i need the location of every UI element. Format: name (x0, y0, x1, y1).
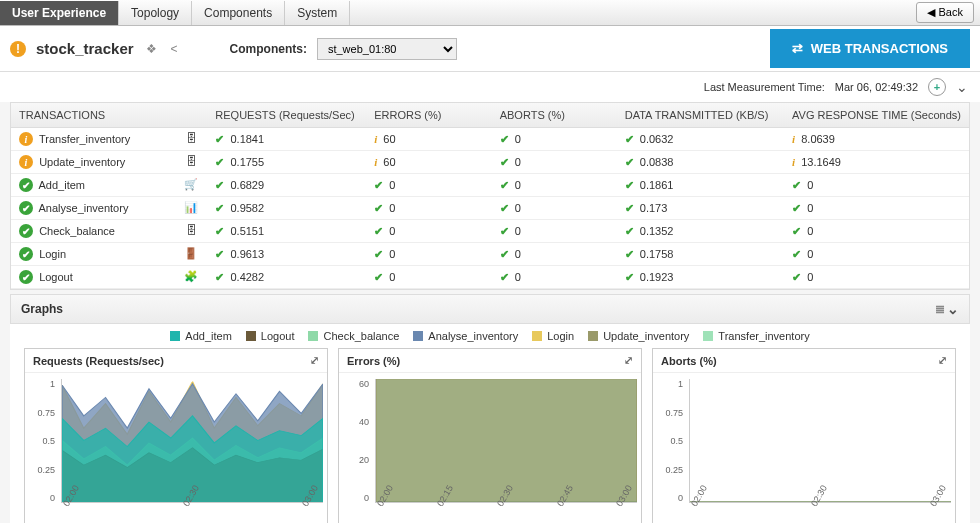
check-icon: ✔ (500, 156, 509, 168)
check-icon: ✔ (625, 202, 634, 214)
table-row[interactable]: ✔ Login🚪✔ 0.9613✔ 0✔ 0✔ 0.1758✔ 0 (11, 243, 969, 266)
y-axis: 10.750.50.250 (653, 379, 687, 503)
check-icon: ✔ (625, 156, 634, 168)
check-icon: ✔ (500, 271, 509, 283)
legend-item[interactable]: Logout (246, 330, 295, 342)
share-icon[interactable]: < (169, 40, 180, 58)
expand-icon[interactable]: ⤢ (310, 354, 319, 367)
status-icon: ✔ (19, 201, 33, 215)
status-icon: i (19, 132, 33, 146)
check-icon: ✔ (215, 156, 224, 168)
legend-label: Check_balance (323, 330, 399, 342)
layers-icon[interactable]: ❖ (144, 40, 159, 58)
legend-item[interactable]: Update_inventory (588, 330, 689, 342)
graphs-chevron-icon[interactable]: ⌄ (947, 301, 959, 317)
transactions-table-wrap: TRANSACTIONSREQUESTS (Requests/Sec)ERROR… (10, 102, 970, 290)
check-icon: ✔ (625, 133, 634, 145)
web-transactions-button[interactable]: ⇄ WEB TRANSACTIONS (770, 29, 970, 68)
warning-icon: i (374, 133, 377, 145)
back-button[interactable]: ◀ Back (916, 2, 974, 23)
legend-item[interactable]: Login (532, 330, 574, 342)
check-icon: ✔ (625, 225, 634, 237)
table-row[interactable]: i Update_inventory🗄✔ 0.1755i 60✔ 0✔ 0.08… (11, 151, 969, 174)
chart-card: Requests (Requests/sec) ⤢ 10.750.50.250 … (24, 348, 328, 523)
row-type-icon: 🗄 (183, 155, 199, 167)
table-row[interactable]: ✔ Add_item🛒✔ 0.6829✔ 0✔ 0✔ 0.1861✔ 0 (11, 174, 969, 197)
chart-card: Errors (%) ⤢ 6040200 02:0002:1502:3002:4… (338, 348, 642, 523)
exchange-icon: ⇄ (792, 41, 803, 56)
expand-icon[interactable]: ⤢ (624, 354, 633, 367)
check-icon: ✔ (500, 179, 509, 191)
legend-item[interactable]: Transfer_inventory (703, 330, 809, 342)
row-type-icon: 🛒 (183, 178, 199, 191)
legend-swatch (588, 331, 598, 341)
transaction-name: Logout (39, 271, 73, 283)
legend-label: Transfer_inventory (718, 330, 809, 342)
check-icon: ✔ (215, 179, 224, 191)
table-row[interactable]: ✔ Analyse_inventory📊✔ 0.9582✔ 0✔ 0✔ 0.17… (11, 197, 969, 220)
transactions-table: TRANSACTIONSREQUESTS (Requests/Sec)ERROR… (11, 103, 969, 289)
chart-legend: Add_itemLogoutCheck_balanceAnalyse_inven… (10, 324, 970, 348)
alert-icon: ! (10, 41, 26, 57)
expand-icon[interactable]: ⤢ (938, 354, 947, 367)
graphs-label: Graphs (21, 302, 63, 316)
table-row[interactable]: i Transfer_inventory🗄✔ 0.1841i 60✔ 0✔ 0.… (11, 128, 969, 151)
status-icon: ✔ (19, 247, 33, 261)
transaction-name: Check_balance (39, 225, 115, 237)
column-header[interactable]: ERRORS (%) (366, 103, 492, 128)
top-nav: User ExperienceTopologyComponentsSystem … (0, 0, 980, 26)
column-header[interactable]: TRANSACTIONS (11, 103, 207, 128)
legend-item[interactable]: Analyse_inventory (413, 330, 518, 342)
warning-icon: i (792, 156, 795, 168)
check-icon: ✔ (215, 225, 224, 237)
legend-swatch (703, 331, 713, 341)
measurement-bar: Last Measurement Time: Mar 06, 02:49:32 … (0, 72, 980, 102)
nav-tab-components[interactable]: Components (192, 1, 285, 25)
legend-item[interactable]: Check_balance (308, 330, 399, 342)
legend-swatch (246, 331, 256, 341)
chevron-down-icon[interactable]: ⌄ (956, 79, 968, 95)
legend-swatch (170, 331, 180, 341)
transaction-name: Update_inventory (39, 156, 125, 168)
graphs-header: Graphs ≣ ⌄ (10, 294, 970, 324)
column-header[interactable]: REQUESTS (Requests/Sec) (207, 103, 366, 128)
table-row[interactable]: ✔ Check_balance🗄✔ 0.5151✔ 0✔ 0✔ 0.1352✔ … (11, 220, 969, 243)
check-icon: ✔ (792, 202, 801, 214)
legend-item[interactable]: Add_item (170, 330, 231, 342)
check-icon: ✔ (215, 133, 224, 145)
transaction-name: Analyse_inventory (39, 202, 129, 214)
legend-swatch (532, 331, 542, 341)
column-header[interactable]: DATA TRANSMITTED (KB/S) (617, 103, 784, 128)
last-measurement-value: Mar 06, 02:49:32 (835, 81, 918, 93)
chart-title: Requests (Requests/sec) (33, 355, 164, 367)
check-icon: ✔ (215, 248, 224, 260)
legend-swatch (413, 331, 423, 341)
row-type-icon: 📊 (183, 201, 199, 214)
nav-tab-topology[interactable]: Topology (119, 1, 192, 25)
y-axis: 10.750.50.250 (25, 379, 59, 503)
last-measurement-label: Last Measurement Time: (704, 81, 825, 93)
chart-settings-icon[interactable]: ≣ (933, 300, 947, 318)
y-axis: 6040200 (339, 379, 373, 503)
components-select[interactable]: st_web_01:80 (317, 38, 457, 60)
warning-icon: i (374, 156, 377, 168)
check-icon: ✔ (625, 248, 634, 260)
check-icon: ✔ (374, 179, 383, 191)
check-icon: ✔ (625, 271, 634, 283)
x-axis: 02:0002:3003:00 (689, 503, 951, 523)
table-row[interactable]: ✔ Logout🧩✔ 0.4282✔ 0✔ 0✔ 0.1923✔ 0 (11, 266, 969, 289)
nav-tab-user-experience[interactable]: User Experience (0, 1, 119, 25)
column-header[interactable]: ABORTS (%) (492, 103, 617, 128)
components-label: Components: (230, 42, 307, 56)
add-button[interactable]: + (928, 78, 946, 96)
status-icon: ✔ (19, 224, 33, 238)
page-title: stock_tracker (36, 40, 134, 57)
check-icon: ✔ (792, 179, 801, 191)
legend-label: Logout (261, 330, 295, 342)
check-icon: ✔ (625, 179, 634, 191)
check-icon: ✔ (500, 248, 509, 260)
column-header[interactable]: AVG RESPONSE TIME (Seconds) (784, 103, 969, 128)
check-icon: ✔ (500, 225, 509, 237)
nav-tab-system[interactable]: System (285, 1, 350, 25)
warning-icon: i (792, 133, 795, 145)
